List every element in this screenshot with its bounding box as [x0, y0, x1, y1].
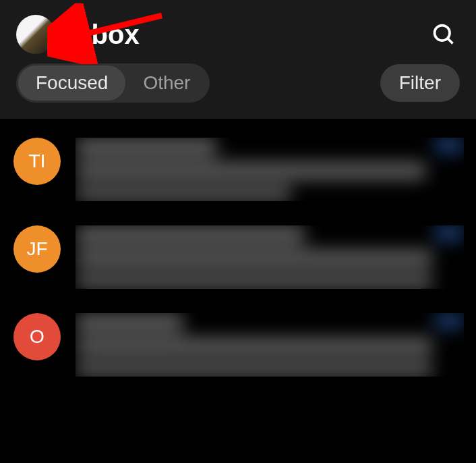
email-content	[76, 138, 464, 201]
header-bar: Inbox	[0, 0, 476, 61]
email-item[interactable]: O	[0, 301, 476, 389]
email-list: TI JF O	[0, 119, 476, 389]
tab-other[interactable]: Other	[125, 65, 208, 101]
svg-point-0	[435, 26, 450, 41]
page-title: Inbox	[67, 20, 427, 50]
search-icon	[432, 22, 456, 47]
filter-button[interactable]: Filter	[380, 64, 460, 102]
email-item[interactable]: JF	[0, 213, 476, 301]
sender-avatar: JF	[13, 225, 61, 273]
email-content	[76, 313, 464, 377]
svg-line-1	[448, 38, 453, 44]
inbox-tabs: Focused Other	[16, 63, 210, 103]
email-item[interactable]: TI	[0, 126, 476, 213]
sender-avatar: O	[13, 313, 61, 360]
email-content	[76, 225, 464, 289]
tab-focused[interactable]: Focused	[18, 65, 125, 101]
sender-avatar: TI	[13, 138, 61, 185]
profile-avatar[interactable]	[16, 15, 55, 54]
tabs-row: Focused Other Filter	[0, 61, 476, 111]
search-button[interactable]	[427, 18, 460, 51]
